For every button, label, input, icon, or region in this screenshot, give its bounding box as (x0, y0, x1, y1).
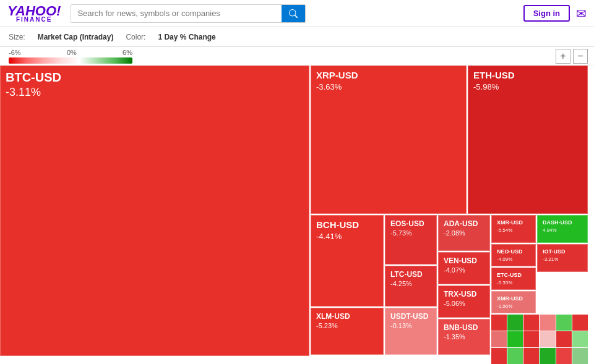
tile-percent: -5.06% (444, 300, 484, 307)
tile-percent: -5.54% (497, 227, 530, 233)
mini-tile[interactable] (540, 348, 555, 364)
tile-percent: -3.21% (543, 256, 582, 262)
tile-symbol: BTC-USD (6, 70, 304, 85)
tile-ethusd[interactable]: ETH-USD-5.98% (468, 66, 588, 214)
header-right: Sign in ✉ (523, 5, 587, 22)
tile-symbol: EOS-USD (390, 219, 431, 228)
mini-tile[interactable] (507, 348, 523, 364)
mini-tile[interactable] (523, 331, 539, 347)
tile-xlmusd[interactable]: XLM-USD-5.23% (311, 308, 384, 355)
tile-symbol: USDT-USD (390, 312, 431, 321)
tile-adausd[interactable]: ADA-USD-2.08% (438, 215, 490, 251)
mini-tile[interactable] (556, 331, 572, 347)
tile-percent: -5.73% (390, 229, 431, 237)
mini-tile[interactable] (523, 315, 539, 331)
tile-xmrusd[interactable]: XMR-USD-1.96% (491, 291, 536, 313)
mini-tile[interactable] (491, 315, 507, 331)
tile-percent: -3.63% (316, 82, 461, 91)
zoom-in-button[interactable]: + (556, 49, 570, 64)
search-icon (289, 9, 298, 18)
legend-min: -6% (9, 49, 21, 56)
tile-symbol: IOT-USD (543, 248, 582, 255)
legend-labels: -6% 0% 6% (9, 49, 132, 56)
mini-tile[interactable] (572, 348, 588, 364)
tile-percent: -5.35% (497, 280, 530, 286)
tile-percent: -4.07% (444, 266, 484, 274)
tile-symbol: ADA-USD (444, 219, 484, 228)
mini-tile[interactable] (523, 348, 539, 364)
tile-percent: -4.25% (390, 280, 431, 287)
mini-tiles-grid (491, 315, 588, 364)
tile-percent: -5.23% (316, 322, 378, 329)
tile-symbol: XLM-USD (316, 312, 378, 321)
tile-btcusd[interactable]: BTC-USD-3.11% (0, 66, 309, 356)
mail-icon[interactable]: ✉ (576, 6, 587, 21)
mini-tile[interactable] (556, 348, 572, 364)
tile-iotusd[interactable]: IOT-USD-3.21% (537, 244, 588, 272)
tile-symbol: ETH-USD (473, 70, 582, 81)
mini-tile[interactable] (507, 331, 523, 347)
mini-tile[interactable] (540, 315, 555, 331)
controls-bar: Size: Market Cap (Intraday) Color: 1 Day… (0, 27, 594, 47)
legend-gradient (9, 57, 132, 64)
mini-tile[interactable] (572, 315, 588, 331)
tile-percent: -1.35% (444, 333, 484, 341)
tile-symbol: XMR-USD (497, 295, 530, 302)
tile-percent: -1.96% (497, 303, 530, 309)
tile-symbol: BCH-USD (316, 219, 378, 231)
header: YAHOO! FINANCE Sign in ✉ (0, 0, 594, 27)
tile-neousd[interactable]: NEO-USD-4.09% (491, 244, 536, 266)
mini-tile[interactable] (507, 315, 523, 331)
color-value[interactable]: 1 Day % Change (158, 33, 215, 41)
tile-bchusd[interactable]: BCH-USD-4.41% (311, 215, 384, 307)
search-button[interactable] (282, 5, 305, 22)
tile-percent: -2.08% (444, 229, 484, 237)
tile-symbol: DASH-USD (543, 219, 582, 226)
tile-symbol: XMR-USD (497, 219, 530, 226)
zoom-controls: + − (556, 49, 588, 64)
tile-percent: -3.11% (6, 86, 304, 99)
tile-eosusd[interactable]: EOS-USD-5.73% (385, 215, 437, 265)
tile-percent: 4.84% (543, 227, 582, 233)
tile-bnbusd[interactable]: BNB-USD-1.35% (438, 319, 490, 355)
size-value[interactable]: Market Cap (Intraday) (38, 33, 114, 41)
tile-venusd[interactable]: VEN-USD-4.07% (438, 252, 490, 284)
legend-bar: -6% 0% 6% + − (0, 47, 594, 66)
color-label: Color: (126, 33, 145, 41)
tile-percent: -5.98% (473, 82, 582, 91)
tile-usdtusd[interactable]: USDT-USD-0.13% (385, 308, 437, 355)
tile-symbol: NEO-USD (497, 248, 530, 255)
mini-tile[interactable] (540, 331, 555, 347)
tile-symbol: TRX-USD (444, 290, 484, 298)
tile-trxusd[interactable]: TRX-USD-5.06% (438, 286, 490, 318)
tile-symbol: LTC-USD (390, 270, 431, 279)
mini-tile[interactable] (491, 331, 507, 347)
tile-percent: -4.09% (497, 256, 530, 262)
legend-scale: -6% 0% 6% (9, 49, 132, 64)
logo[interactable]: YAHOO! FINANCE (7, 4, 61, 23)
treemap: BTC-USD-3.11%XRP-USD-3.63%ETH-USD-5.98%B… (0, 66, 594, 364)
tile-etcusd[interactable]: ETC-USD-5.35% (491, 268, 536, 290)
size-label: Size: (9, 33, 25, 41)
zoom-out-button[interactable]: − (573, 49, 588, 64)
tile-percent: -4.41% (316, 232, 378, 241)
tile-dashusd[interactable]: DASH-USD4.84% (537, 215, 588, 243)
tile-symbol: ETC-USD (497, 272, 530, 279)
mini-tile[interactable] (556, 315, 572, 331)
tile-symbol: VEN-USD (444, 256, 484, 265)
search-bar (71, 4, 306, 23)
finance-logo: FINANCE (16, 17, 52, 23)
legend-max: 6% (123, 49, 132, 56)
mini-tile[interactable] (491, 348, 507, 364)
mini-tile[interactable] (572, 331, 588, 347)
tile-symbol: XRP-USD (316, 70, 461, 81)
signin-button[interactable]: Sign in (523, 5, 570, 22)
search-input[interactable] (71, 5, 282, 22)
tile-ltcusd[interactable]: LTC-USD-4.25% (385, 266, 437, 307)
tile-symbol: BNB-USD (444, 323, 484, 332)
legend-mid: 0% (67, 49, 77, 56)
tile-xmrusd[interactable]: XMR-USD-5.54% (491, 215, 536, 243)
tile-percent: -0.13% (390, 322, 431, 329)
tile-xrpusd[interactable]: XRP-USD-3.63% (311, 66, 467, 214)
